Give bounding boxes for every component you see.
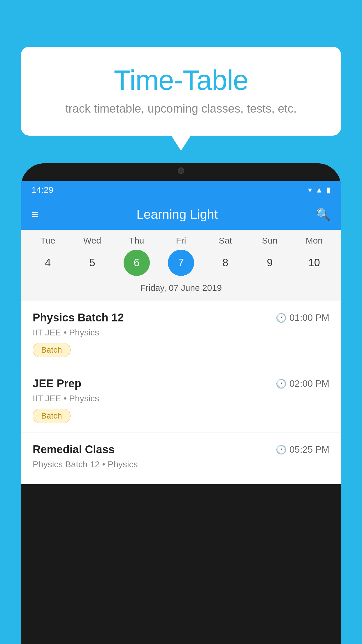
phone-mockup: 14:29 ▾ ▲ ▮ ≡ Learning Light 🔍 Tue Wed T… [21,163,341,644]
status-icons: ▾ ▲ ▮ [308,186,331,195]
class-time-value-2: 02:00 PM [289,378,329,389]
cal-date-5[interactable]: 5 [79,250,105,276]
batch-badge-1: Batch [33,343,71,357]
class-item-header-2: JEE Prep 🕐 02:00 PM [33,377,329,390]
speech-bubble: Time-Table track timetable, upcoming cla… [21,47,341,136]
class-time-1: 🕐 01:00 PM [276,312,329,323]
phone-notch [155,163,207,178]
app-title: Time-Table [44,64,318,96]
app-header: ≡ Learning Light 🔍 [21,199,341,230]
day-mon: Mon [297,236,332,246]
cal-date-4[interactable]: 4 [35,250,61,276]
class-meta-3: Physics Batch 12 • Physics [33,459,329,469]
class-time-3: 🕐 05:25 PM [276,444,329,455]
cal-date-8[interactable]: 8 [212,250,238,276]
class-meta-2: IIT JEE • Physics [33,393,329,403]
wifi-icon: ▾ [308,186,312,195]
phone-notch-bar [21,163,341,181]
day-wed: Wed [75,236,110,246]
class-meta-1: IIT JEE • Physics [33,328,329,337]
phone-camera [178,167,184,174]
cal-date-7-selected[interactable]: 7 [168,250,194,276]
app-subtitle: track timetable, upcoming classes, tests… [44,102,318,115]
status-time: 14:29 [31,185,53,195]
class-name-3: Remedial Class [33,443,115,456]
battery-icon: ▮ [326,186,331,195]
class-time-2: 🕐 02:00 PM [276,378,329,389]
selected-date-label: Friday, 07 June 2019 [21,280,341,298]
header-title: Learning Light [136,207,218,222]
class-name-1: Physics Batch 12 [33,312,124,324]
calendar-dates-row: 4 5 6 7 8 9 10 [21,250,341,276]
class-item-physics-batch-12[interactable]: Physics Batch 12 🕐 01:00 PM IIT JEE • Ph… [21,301,341,367]
day-thu: Thu [119,236,154,246]
cal-date-6-today[interactable]: 6 [124,250,150,276]
cal-date-10[interactable]: 10 [301,250,327,276]
class-list: Physics Batch 12 🕐 01:00 PM IIT JEE • Ph… [21,301,341,484]
class-item-remedial[interactable]: Remedial Class 🕐 05:25 PM Physics Batch … [21,433,341,484]
class-item-header-3: Remedial Class 🕐 05:25 PM [33,443,329,456]
calendar-days-row: Tue Wed Thu Fri Sat Sun Mon [21,236,341,246]
batch-badge-2: Batch [33,409,71,423]
cal-date-9[interactable]: 9 [257,250,283,276]
day-tue: Tue [30,236,65,246]
status-bar: 14:29 ▾ ▲ ▮ [21,181,341,199]
day-fri: Fri [164,236,198,246]
calendar: Tue Wed Thu Fri Sat Sun Mon 4 5 6 7 8 9 … [21,230,341,301]
signal-icon: ▲ [315,186,323,195]
day-sat: Sat [208,236,243,246]
class-item-header-1: Physics Batch 12 🕐 01:00 PM [33,312,329,324]
class-item-jee-prep[interactable]: JEE Prep 🕐 02:00 PM IIT JEE • Physics Ba… [21,367,341,433]
clock-icon-1: 🕐 [276,313,287,323]
class-time-value-3: 05:25 PM [289,444,329,455]
clock-icon-3: 🕐 [276,444,287,455]
menu-icon[interactable]: ≡ [31,209,38,220]
class-name-2: JEE Prep [33,377,81,390]
day-sun: Sun [252,236,287,246]
class-time-value-1: 01:00 PM [289,312,329,323]
clock-icon-2: 🕐 [276,379,287,389]
search-icon[interactable]: 🔍 [316,208,331,221]
